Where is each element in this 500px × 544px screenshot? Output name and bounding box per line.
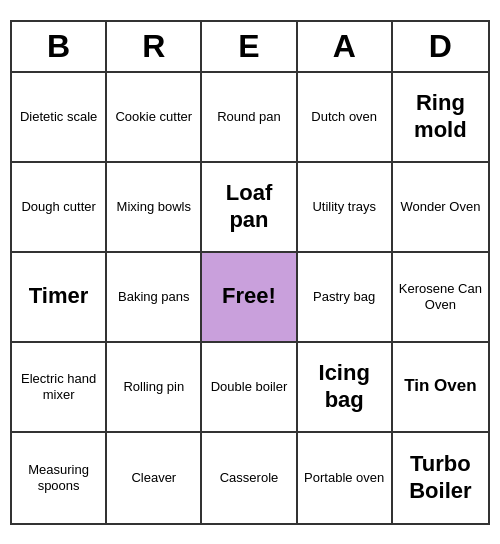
bingo-cell-19: Tin Oven [393, 343, 488, 433]
bingo-cell-1: Cookie cutter [107, 73, 202, 163]
bingo-cell-2: Round pan [202, 73, 297, 163]
header-cell-a: A [298, 22, 393, 71]
header-cell-d: D [393, 22, 488, 71]
bingo-cell-16: Rolling pin [107, 343, 202, 433]
bingo-cell-12: Free! [202, 253, 297, 343]
bingo-cell-17: Double boiler [202, 343, 297, 433]
header-cell-b: B [12, 22, 107, 71]
bingo-cell-8: Utility trays [298, 163, 393, 253]
bingo-cell-24: Turbo Boiler [393, 433, 488, 523]
bingo-cell-6: Mixing bowls [107, 163, 202, 253]
bingo-cell-14: Kerosene Can Oven [393, 253, 488, 343]
bingo-cell-7: Loaf pan [202, 163, 297, 253]
bingo-cell-0: Dietetic scale [12, 73, 107, 163]
bingo-cell-11: Baking pans [107, 253, 202, 343]
bingo-cell-23: Portable oven [298, 433, 393, 523]
bingo-cell-4: Ring mold [393, 73, 488, 163]
bingo-cell-18: Icing bag [298, 343, 393, 433]
header-cell-e: E [202, 22, 297, 71]
bingo-cell-20: Measuring spoons [12, 433, 107, 523]
bingo-cell-3: Dutch oven [298, 73, 393, 163]
bingo-cell-5: Dough cutter [12, 163, 107, 253]
bingo-cell-22: Casserole [202, 433, 297, 523]
header-cell-r: R [107, 22, 202, 71]
bingo-cell-21: Cleaver [107, 433, 202, 523]
bingo-cell-9: Wonder Oven [393, 163, 488, 253]
bingo-card: BREAD Dietetic scaleCookie cutterRound p… [10, 20, 490, 525]
bingo-grid: Dietetic scaleCookie cutterRound panDutc… [12, 73, 488, 523]
bingo-cell-15: Electric hand mixer [12, 343, 107, 433]
bingo-cell-13: Pastry bag [298, 253, 393, 343]
header-row: BREAD [12, 22, 488, 73]
bingo-cell-10: Timer [12, 253, 107, 343]
